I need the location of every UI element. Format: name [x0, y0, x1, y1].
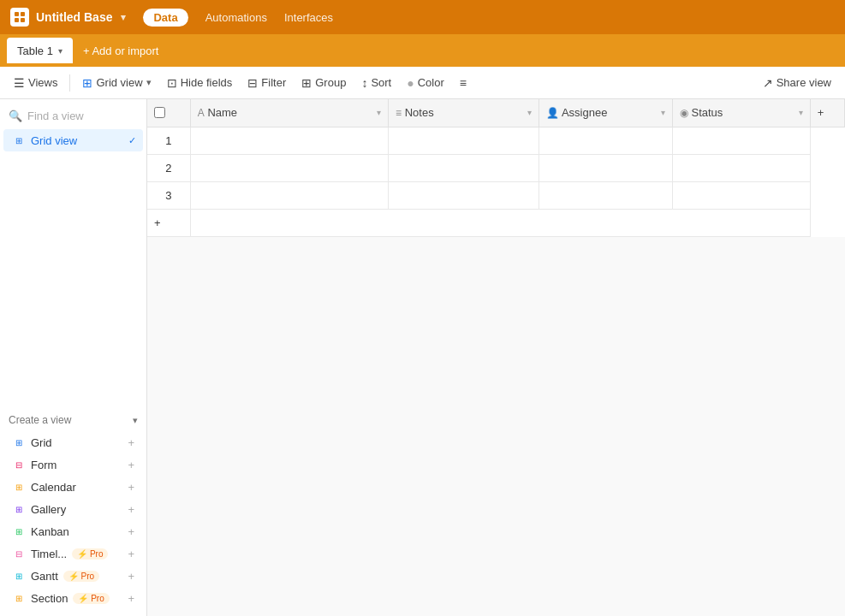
create-view-header: Create a view ▾	[0, 404, 146, 431]
timeline-pro-badge: ⚡ Pro	[72, 548, 108, 560]
row-1-num: 1	[147, 127, 190, 154]
gallery-plus-icon: +	[128, 503, 134, 516]
share-view-button[interactable]: ↗ Share view	[756, 73, 838, 93]
row-2-assignee[interactable]	[539, 154, 673, 181]
sidebar: 🔍 Find a view ⊞ Grid view ✓ Create a vie…	[0, 99, 147, 616]
group-button[interactable]: ⊞ Group	[295, 73, 353, 93]
hide-fields-label: Hide fields	[181, 76, 233, 89]
assignee-col-type-icon: 👤	[546, 107, 559, 119]
table-tab-chevron: ▾	[58, 46, 62, 56]
views-icon: ☰	[14, 76, 25, 90]
toolbar-divider-1	[69, 74, 70, 92]
notes-col-chevron[interactable]: ▾	[527, 108, 532, 117]
timeline-plus-icon: +	[128, 548, 134, 560]
views-button[interactable]: ☰ Views	[7, 73, 64, 93]
add-row-button[interactable]: +	[147, 209, 190, 236]
row-1-status[interactable]	[672, 127, 810, 154]
table-row: 1	[147, 127, 845, 154]
col-header-assignee[interactable]: 👤 Assignee ▾	[539, 99, 673, 127]
row-3-name[interactable]	[190, 181, 388, 209]
section-plus-icon: +	[128, 592, 134, 605]
row-3-notes[interactable]	[389, 181, 539, 209]
add-import-label: + Add or import	[83, 44, 159, 57]
svg-rect-3	[21, 18, 25, 22]
assignee-col-chevron[interactable]: ▾	[661, 108, 665, 117]
check-icon: ✓	[128, 135, 136, 146]
add-column-button[interactable]: +	[810, 99, 844, 127]
sidebar-item-grid-view[interactable]: ⊞ Grid view ✓	[3, 129, 143, 151]
svg-rect-0	[15, 12, 19, 16]
table-tab-label: Table 1	[17, 44, 53, 57]
grid-create-icon: ⊞	[12, 435, 26, 449]
grid-view-icon: ⊞	[82, 76, 92, 90]
sidebar-item-timeline[interactable]: ⊟ Timel... ⚡ Pro +	[3, 542, 143, 565]
section-create-icon: ⊞	[12, 591, 26, 605]
gantt-pro-badge: ⚡ Pro	[63, 571, 99, 582]
add-import-button[interactable]: + Add or import	[76, 41, 166, 61]
row-height-icon: ≡	[460, 76, 467, 90]
status-col-chevron[interactable]: ▾	[799, 108, 803, 117]
sidebar-search[interactable]: 🔍 Find a view	[0, 106, 146, 129]
nav-tab-interfaces[interactable]: Interfaces	[284, 11, 333, 24]
sidebar-item-gantt[interactable]: ⊞ Gantt ⚡ Pro +	[3, 565, 143, 587]
gantt-label: Gantt	[31, 570, 58, 583]
col-header-notes[interactable]: ≡ Notes ▾	[389, 99, 539, 127]
col-header-name[interactable]: A Name ▾	[190, 99, 388, 127]
add-row-empty	[190, 209, 810, 236]
sidebar-item-calendar[interactable]: ⊞ Calendar +	[3, 476, 143, 498]
hide-fields-icon: ⊡	[167, 76, 177, 90]
nav-tab-automations[interactable]: Automations	[205, 11, 267, 24]
sidebar-item-gallery[interactable]: ⊞ Gallery +	[3, 498, 143, 520]
kanban-plus-icon: +	[128, 525, 134, 538]
name-col-chevron[interactable]: ▾	[377, 108, 381, 117]
views-label: Views	[28, 76, 57, 89]
row-3-assignee[interactable]	[539, 181, 673, 209]
gantt-create-icon: ⊞	[12, 569, 26, 583]
table-nav: Table 1 ▾ + Add or import	[0, 34, 845, 67]
sidebar-item-grid[interactable]: ⊞ Grid +	[3, 431, 143, 453]
main-layout: 🔍 Find a view ⊞ Grid view ✓ Create a vie…	[0, 99, 845, 616]
row-1-assignee[interactable]	[539, 127, 673, 154]
row-1-name[interactable]	[190, 127, 388, 154]
grid-label: Grid	[31, 436, 52, 449]
hide-fields-button[interactable]: ⊡ Hide fields	[160, 73, 240, 93]
col-header-status[interactable]: ◉ Status ▾	[672, 99, 810, 127]
notes-col-type-icon: ≡	[396, 107, 402, 119]
svg-rect-2	[15, 18, 19, 22]
sort-button[interactable]: ↕ Sort	[354, 73, 398, 93]
row-2-notes[interactable]	[389, 154, 539, 181]
grid-view-type-icon: ⊞	[12, 133, 26, 147]
color-button[interactable]: ● Color	[400, 73, 451, 93]
top-nav: Untitled Base ▾ Data Automations Interfa…	[0, 0, 845, 34]
grid-header-row: A Name ▾ ≡ Notes ▾	[147, 99, 845, 127]
gallery-create-icon: ⊞	[12, 502, 26, 516]
row-2-status[interactable]	[672, 154, 810, 181]
add-row-row: +	[147, 209, 845, 236]
select-all-checkbox[interactable]	[154, 107, 165, 118]
row-2-name[interactable]	[190, 154, 388, 181]
color-label: Color	[418, 76, 444, 89]
form-plus-icon: +	[128, 459, 134, 471]
table-row: 3	[147, 181, 845, 209]
grid-view-label: Grid view	[96, 76, 142, 89]
create-view-label: Create a view	[9, 414, 71, 426]
nav-tab-data[interactable]: Data	[143, 9, 187, 27]
status-col-label: Status	[691, 106, 723, 119]
sidebar-item-section[interactable]: ⊞ Section ⚡ Pro +	[3, 587, 143, 609]
sidebar-item-kanban[interactable]: ⊞ Kanban +	[3, 520, 143, 542]
kanban-label: Kanban	[31, 525, 69, 538]
row-1-notes[interactable]	[389, 127, 539, 154]
table-tab-1[interactable]: Table 1 ▾	[7, 38, 73, 63]
row-num-header[interactable]	[147, 99, 190, 127]
sort-label: Sort	[371, 76, 391, 89]
grid-view-button[interactable]: ⊞ Grid view ▾	[75, 73, 158, 93]
row-3-status[interactable]	[672, 181, 810, 209]
filter-button[interactable]: ⊟ Filter	[241, 73, 293, 93]
calendar-plus-icon: +	[128, 481, 134, 494]
grid-area: A Name ▾ ≡ Notes ▾	[147, 99, 845, 616]
share-view-label: Share view	[777, 76, 831, 89]
row-height-button[interactable]: ≡	[453, 73, 473, 93]
app-logo[interactable]: Untitled Base ▾	[10, 8, 126, 27]
table-row: 2	[147, 154, 845, 181]
sidebar-item-form[interactable]: ⊟ Form +	[3, 453, 143, 476]
